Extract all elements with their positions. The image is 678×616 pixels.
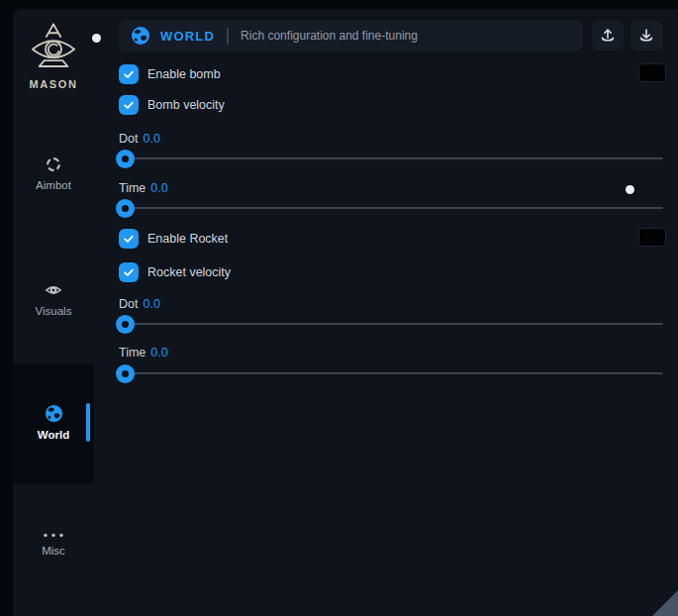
sidebar-item-label: World <box>38 429 69 441</box>
rocket-dot-slider[interactable] <box>119 323 663 325</box>
slider-value: 0.0 <box>150 346 167 359</box>
sidebar-item-aimbot[interactable]: Aimbot <box>13 155 94 191</box>
pyramid-eye-logo-icon <box>27 21 80 74</box>
bomb-velocity-checkbox[interactable] <box>119 95 139 115</box>
brand-logo: MASON <box>13 21 94 90</box>
enable-rocket-row: Enable Rocket <box>119 229 228 249</box>
upload-config-button[interactable] <box>592 21 624 51</box>
enable-bomb-row: Enable bomb <box>119 64 221 84</box>
sidebar: MASON Aimbot Visuals World <box>13 9 116 616</box>
check-icon <box>122 265 136 279</box>
toggle-label: Enable bomb <box>147 67 221 81</box>
enable-rocket-checkbox[interactable] <box>119 229 139 249</box>
slider-value: 0.0 <box>143 132 159 146</box>
white-indicator-dot <box>92 34 101 43</box>
globe-icon <box>45 404 63 423</box>
eye-icon <box>45 281 62 299</box>
check-icon <box>122 98 136 112</box>
check-icon <box>122 232 136 246</box>
sidebar-item-label: Aimbot <box>36 179 71 191</box>
sidebar-item-visuals[interactable]: Visuals <box>13 281 94 317</box>
header-divider <box>227 28 229 45</box>
toggle-label: Rocket velocity <box>147 265 231 279</box>
crosshair-icon <box>45 155 62 173</box>
rocket-dot-label: Dot0.0 <box>119 297 160 311</box>
slider-handle[interactable] <box>116 315 135 334</box>
enable-bomb-checkbox[interactable] <box>119 64 139 84</box>
slider-value: 0.0 <box>150 181 167 195</box>
bomb-dot-slider[interactable] <box>119 157 663 159</box>
bomb-color-swatch[interactable] <box>638 63 666 82</box>
rocket-time-slider[interactable] <box>119 372 663 374</box>
slider-handle[interactable] <box>116 199 135 218</box>
page-subtitle: Rich configuration and fine-tuning <box>241 29 418 43</box>
page-title: WORLD <box>160 29 215 44</box>
bomb-time-label: Time0.0 <box>119 181 168 195</box>
slider-name: Time <box>119 346 145 359</box>
upload-icon <box>599 27 617 45</box>
sidebar-item-label: Visuals <box>36 305 72 317</box>
check-icon <box>122 67 136 81</box>
rocket-velocity-row: Rocket velocity <box>119 262 231 282</box>
slider-name: Time <box>119 181 145 195</box>
active-tab-indicator <box>86 403 90 442</box>
rocket-color-swatch[interactable] <box>638 228 666 247</box>
brand-name: MASON <box>13 78 94 90</box>
bomb-time-slider[interactable] <box>119 207 663 209</box>
download-icon <box>637 27 655 45</box>
toggle-label: Bomb velocity <box>147 98 225 112</box>
sidebar-item-world[interactable]: World <box>13 364 94 483</box>
background-corner-shape <box>652 590 678 616</box>
slider-handle[interactable] <box>116 150 135 168</box>
bomb-velocity-row: Bomb velocity <box>119 95 225 115</box>
rocket-time-label: Time0.0 <box>119 346 168 359</box>
slider-value: 0.0 <box>143 297 159 311</box>
sidebar-item-label: Misc <box>42 545 65 557</box>
menu-panel: MASON Aimbot Visuals World <box>13 9 678 616</box>
bomb-dot-label: Dot0.0 <box>119 132 160 146</box>
sidebar-item-misc[interactable]: Misc <box>13 532 94 557</box>
globe-icon <box>131 26 150 46</box>
slider-handle[interactable] <box>116 364 135 383</box>
download-config-button[interactable] <box>630 21 662 51</box>
white-indicator-dot <box>626 185 634 194</box>
toggle-label: Enable Rocket <box>147 232 228 246</box>
tab-header-bar: WORLD Rich configuration and fine-tuning <box>119 20 582 51</box>
ellipsis-icon <box>42 532 65 539</box>
slider-name: Dot <box>119 132 138 146</box>
rocket-velocity-checkbox[interactable] <box>119 262 139 282</box>
slider-name: Dot <box>119 297 138 311</box>
